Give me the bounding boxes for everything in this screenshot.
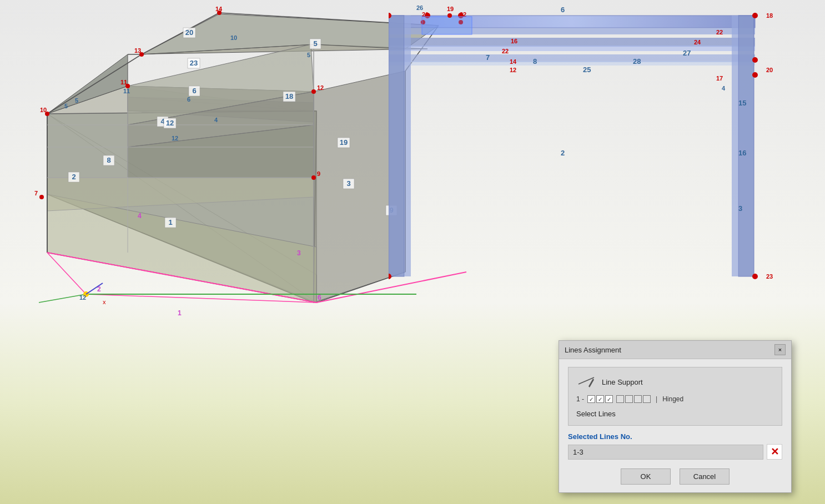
- svg-text:25: 25: [583, 65, 591, 74]
- lines-assignment-dialog: Lines Assignment × Line Support: [559, 340, 792, 493]
- dialog-body: Line Support 1 - ✓ ✓ ✓ |: [559, 359, 791, 492]
- checkbox-5[interactable]: [625, 395, 633, 403]
- svg-point-73: [39, 195, 44, 199]
- ok-button[interactable]: OK: [621, 468, 671, 485]
- dialog-title: Lines Assignment: [565, 346, 621, 354]
- support-number: 1 -: [576, 395, 584, 403]
- svg-text:x: x: [103, 299, 106, 305]
- blue-steel-frame: 18 20 15 8 23 6 27 28 25 8 7 16 13 3 15 …: [389, 0, 811, 311]
- svg-text:13: 13: [134, 47, 141, 54]
- line-support-header-row: Line Support: [576, 374, 774, 390]
- dialog-close-button[interactable]: ×: [774, 344, 786, 355]
- svg-text:18: 18: [766, 12, 773, 19]
- svg-text:20: 20: [185, 28, 193, 37]
- svg-text:16: 16: [738, 149, 746, 157]
- unchecked-boxes-group: [616, 395, 651, 403]
- svg-text:6: 6: [192, 87, 196, 95]
- svg-text:5: 5: [75, 97, 78, 104]
- checkbox-4[interactable]: [616, 395, 624, 403]
- svg-text:12: 12: [166, 119, 174, 127]
- svg-rect-99: [404, 16, 411, 276]
- svg-text:12: 12: [79, 294, 86, 301]
- svg-text:7: 7: [34, 190, 38, 196]
- line-support-section: Line Support 1 - ✓ ✓ ✓ |: [568, 367, 782, 426]
- svg-text:23: 23: [190, 59, 198, 67]
- svg-rect-98: [389, 16, 404, 276]
- svg-point-77: [311, 175, 316, 180]
- cancel-button[interactable]: Cancel: [680, 468, 730, 485]
- svg-text:18: 18: [285, 92, 293, 100]
- svg-text:22: 22: [716, 29, 723, 36]
- svg-text:1: 1: [168, 218, 172, 226]
- dialog-buttons: OK Cancel: [568, 466, 782, 485]
- svg-text:11: 11: [120, 79, 127, 85]
- clear-button[interactable]: ✕: [767, 444, 782, 460]
- svg-text:7: 7: [486, 53, 490, 62]
- svg-text:28: 28: [633, 57, 641, 65]
- svg-rect-135: [422, 17, 472, 34]
- svg-text:24: 24: [694, 39, 701, 46]
- svg-text:2: 2: [561, 149, 565, 157]
- svg-text:16: 16: [511, 38, 517, 44]
- svg-text:12: 12: [172, 135, 178, 142]
- svg-text:20: 20: [766, 67, 773, 73]
- svg-rect-95: [389, 46, 755, 51]
- svg-point-105: [752, 274, 758, 279]
- svg-rect-101: [732, 16, 738, 276]
- svg-text:26: 26: [416, 4, 423, 11]
- svg-text:19: 19: [447, 6, 454, 12]
- checkbox-2[interactable]: ✓: [596, 395, 604, 403]
- svg-text:22: 22: [502, 48, 509, 54]
- checkbox-6[interactable]: [634, 395, 642, 403]
- svg-point-107: [752, 57, 758, 63]
- svg-text:9: 9: [317, 170, 320, 177]
- svg-rect-96: [389, 54, 755, 62]
- support-type: Hinged: [662, 395, 683, 403]
- svg-text:5: 5: [313, 39, 317, 48]
- svg-text:11: 11: [123, 88, 130, 94]
- svg-text:15: 15: [738, 99, 746, 107]
- line-support-label: Line Support: [602, 378, 643, 386]
- svg-text:10: 10: [230, 34, 237, 41]
- svg-text:4: 4: [214, 117, 218, 123]
- svg-text:8: 8: [533, 57, 537, 65]
- svg-text:2: 2: [97, 285, 101, 293]
- selected-lines-input[interactable]: [568, 445, 763, 460]
- svg-text:27: 27: [683, 49, 691, 57]
- svg-text:4: 4: [138, 212, 142, 220]
- svg-text:12: 12: [510, 67, 516, 73]
- svg-text:1: 1: [178, 309, 182, 317]
- select-lines-label: Select Lines: [576, 410, 616, 418]
- svg-text:6: 6: [318, 294, 321, 301]
- checkbox-3[interactable]: ✓: [605, 395, 613, 403]
- svg-point-106: [752, 72, 758, 78]
- svg-text:5: 5: [307, 52, 310, 58]
- selected-lines-no-label: Selected Lines No.: [568, 432, 782, 441]
- svg-point-103: [752, 13, 758, 18]
- 3d-viewport: 1 2 3 4 5 6 8 9 12 18 19 23: [0, 0, 825, 504]
- selected-lines-section: Selected Lines No. ✕: [568, 432, 782, 460]
- svg-text:8: 8: [107, 156, 110, 164]
- svg-text:17: 17: [716, 75, 723, 82]
- line-support-icon: [576, 374, 596, 390]
- svg-text:6: 6: [187, 96, 190, 103]
- selected-lines-row: ✕: [568, 444, 782, 460]
- svg-rect-97: [389, 61, 755, 65]
- svg-point-75: [311, 89, 316, 94]
- svg-point-136: [447, 13, 452, 18]
- checkbox-1[interactable]: ✓: [587, 395, 595, 403]
- svg-text:23: 23: [766, 273, 773, 280]
- svg-text:3: 3: [297, 249, 301, 257]
- svg-text:2: 2: [72, 173, 76, 181]
- svg-text:6: 6: [561, 6, 565, 14]
- svg-rect-100: [738, 16, 754, 276]
- svg-text:14: 14: [215, 6, 223, 12]
- svg-text:3: 3: [738, 204, 742, 213]
- svg-text:14: 14: [510, 58, 517, 65]
- separator: |: [656, 395, 657, 403]
- line-support-value-row: 1 - ✓ ✓ ✓ | Hinged: [576, 395, 774, 403]
- clear-icon: ✕: [771, 447, 779, 457]
- checkbox-7[interactable]: [643, 395, 651, 403]
- svg-text:10: 10: [40, 107, 47, 113]
- svg-text:4: 4: [722, 85, 726, 92]
